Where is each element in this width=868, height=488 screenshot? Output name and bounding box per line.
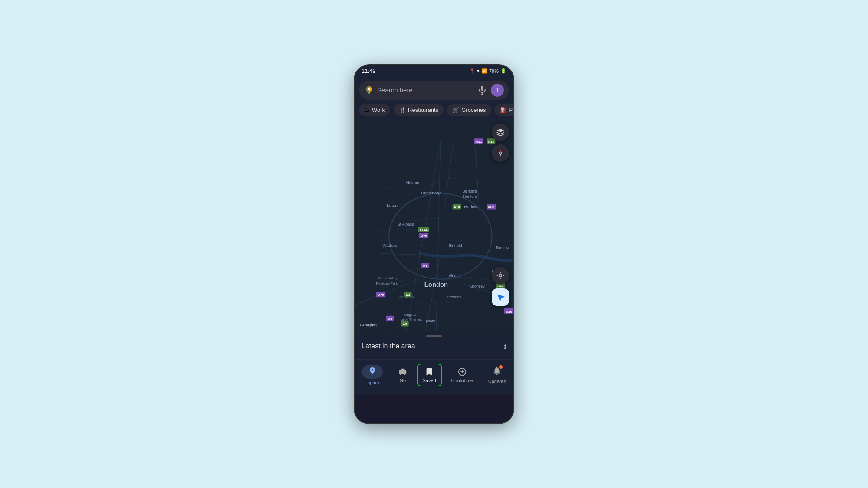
phone-frame: 11:49 📍 ▾ 📶 79% 🔋 Search here — [354, 64, 514, 424]
nav-explore-label: Explore — [365, 380, 381, 385]
svg-text:Regional Park: Regional Park — [376, 281, 398, 285]
svg-text:Enfield: Enfield — [449, 243, 462, 248]
chip-groceries[interactable]: 🛒 Groceries — [447, 104, 491, 116]
svg-text:Bishop's: Bishop's — [462, 189, 477, 193]
chip-restaurants[interactable]: 🍴 Restaurants — [394, 104, 444, 116]
user-avatar[interactable]: T — [491, 84, 504, 97]
svg-text:A3: A3 — [403, 322, 408, 326]
svg-text:Brentwo: Brentwo — [496, 246, 510, 250]
nav-saved-label: Saved — [423, 378, 436, 383]
svg-point-0 — [368, 88, 370, 90]
svg-text:M20: M20 — [505, 309, 512, 313]
map-svg: Luton Hitchin Stevenage St Albans Watfor… — [355, 119, 513, 332]
explore-icon — [368, 367, 377, 375]
svg-text:Bromley: Bromley — [470, 284, 485, 288]
nav-contribute-label: Contribute — [451, 378, 473, 383]
bottom-nav: Explore Go Saved Con — [355, 359, 513, 394]
contribute-icon — [457, 367, 467, 377]
svg-text:Kingston: Kingston — [404, 312, 418, 316]
svg-text:A11: A11 — [488, 140, 494, 144]
bottom-sheet-title: Latest in the area ℹ — [362, 342, 506, 350]
navigate-icon — [496, 292, 505, 302]
svg-point-78 — [400, 373, 401, 375]
signal-icon: 📶 — [481, 68, 487, 74]
bottom-sheet: Latest in the area ℹ — [355, 332, 513, 359]
svg-rect-80 — [401, 368, 404, 371]
search-input[interactable]: Search here — [377, 86, 473, 94]
chip-petrol-label: Pe — [509, 107, 513, 113]
nav-item-contribute[interactable]: Contribute — [446, 364, 478, 386]
nav-item-explore[interactable]: Explore — [357, 362, 388, 388]
svg-text:Harlow: Harlow — [464, 204, 478, 209]
saved-icon — [424, 367, 434, 377]
svg-text:London: London — [424, 281, 448, 288]
svg-rect-1 — [481, 86, 483, 91]
location-icon — [496, 271, 505, 280]
compass-icon — [496, 149, 505, 157]
battery-icon: 🔋 — [500, 68, 506, 74]
svg-text:Ilford: Ilford — [449, 273, 458, 278]
svg-text:A1(M): A1(M) — [420, 228, 428, 232]
latest-in-area-title: Latest in the area — [362, 342, 415, 350]
svg-text:A10: A10 — [454, 205, 460, 209]
battery-level: 79% — [489, 69, 499, 74]
svg-text:M11: M11 — [475, 140, 482, 144]
map-area[interactable]: Luton Hitchin Stevenage St Albans Watfor… — [355, 119, 513, 332]
svg-text:St Albans: St Albans — [398, 222, 414, 226]
navigate-button[interactable] — [492, 288, 509, 306]
svg-point-79 — [404, 373, 406, 375]
chips-container: 🗂 Work 🍴 Restaurants 🛒 Groceries ⛽ Pe — [355, 102, 513, 119]
svg-text:Google: Google — [360, 322, 375, 327]
layers-icon — [496, 128, 505, 137]
chip-restaurants-label: Restaurants — [408, 107, 438, 113]
wifi-icon: ▾ — [477, 68, 480, 74]
nav-go-label: Go — [400, 378, 406, 383]
work-chip-icon: 🗂 — [364, 107, 370, 113]
mic-icon[interactable] — [477, 85, 487, 95]
petrol-chip-icon: ⛽ — [500, 107, 507, 113]
status-bar: 11:49 📍 ▾ 📶 79% 🔋 — [355, 65, 513, 77]
svg-text:M11: M11 — [488, 205, 495, 209]
groceries-chip-icon: 🛒 — [452, 107, 459, 113]
nav-item-saved[interactable]: Saved — [418, 364, 441, 386]
status-time: 11:49 — [362, 68, 376, 74]
my-location-button[interactable] — [492, 267, 509, 284]
search-container: Search here T — [355, 77, 513, 102]
search-bar[interactable]: Search here T — [359, 81, 509, 100]
svg-text:M1: M1 — [423, 264, 428, 268]
svg-point-72 — [499, 274, 502, 277]
svg-text:Stevenage: Stevenage — [421, 190, 442, 195]
svg-text:Watford: Watford — [382, 243, 397, 248]
svg-text:M25: M25 — [421, 234, 427, 238]
status-icons: 📍 ▾ 📶 79% 🔋 — [469, 68, 506, 74]
nav-updates-label: Updates — [488, 379, 506, 384]
drag-handle[interactable] — [426, 335, 442, 337]
svg-text:Hitchin: Hitchin — [406, 180, 419, 185]
nav-item-updates[interactable]: Updates — [483, 364, 511, 386]
location-status-icon: 📍 — [469, 68, 475, 74]
google-maps-logo — [364, 85, 374, 95]
svg-text:Epsom: Epsom — [423, 318, 435, 323]
svg-text:A4: A4 — [406, 293, 411, 297]
compass-button[interactable] — [492, 144, 509, 162]
chip-groceries-label: Groceries — [461, 107, 486, 113]
chip-petrol[interactable]: ⛽ Pe — [495, 104, 513, 116]
svg-text:upon Thames: upon Thames — [401, 317, 422, 321]
nav-item-go[interactable]: Go — [393, 364, 413, 386]
svg-text:Luton: Luton — [387, 203, 398, 208]
restaurants-chip-icon: 🍴 — [399, 107, 406, 113]
svg-text:Croydon: Croydon — [447, 295, 462, 299]
svg-text:Stortford: Stortford — [462, 194, 477, 198]
svg-text:A13: A13 — [497, 284, 504, 288]
svg-rect-4 — [355, 120, 513, 331]
info-icon[interactable]: ℹ — [504, 342, 506, 350]
svg-point-71 — [500, 152, 502, 154]
svg-text:M5: M5 — [388, 317, 393, 321]
layers-button[interactable] — [492, 124, 509, 141]
svg-text:M25: M25 — [378, 293, 385, 297]
chip-work[interactable]: 🗂 Work — [359, 104, 390, 116]
go-icon — [398, 367, 408, 377]
svg-text:Colne Valley: Colne Valley — [378, 276, 397, 280]
chip-work-label: Work — [372, 107, 385, 113]
